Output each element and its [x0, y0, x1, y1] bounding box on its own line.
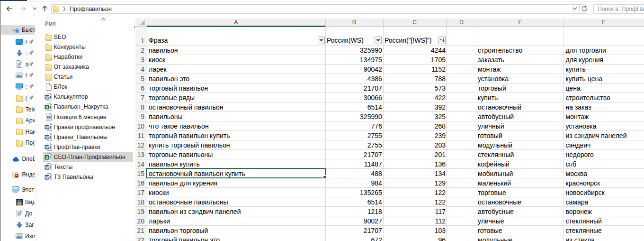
svg-text:X: X: [46, 155, 49, 159]
svg-text:W: W: [45, 145, 49, 149]
svg-text:W: W: [45, 165, 49, 169]
svg-text:W: W: [45, 135, 49, 139]
svg-text:W: W: [45, 95, 49, 99]
svg-text:W: W: [45, 125, 49, 130]
svg-text:X: X: [46, 105, 49, 110]
svg-text:W: W: [45, 175, 49, 179]
